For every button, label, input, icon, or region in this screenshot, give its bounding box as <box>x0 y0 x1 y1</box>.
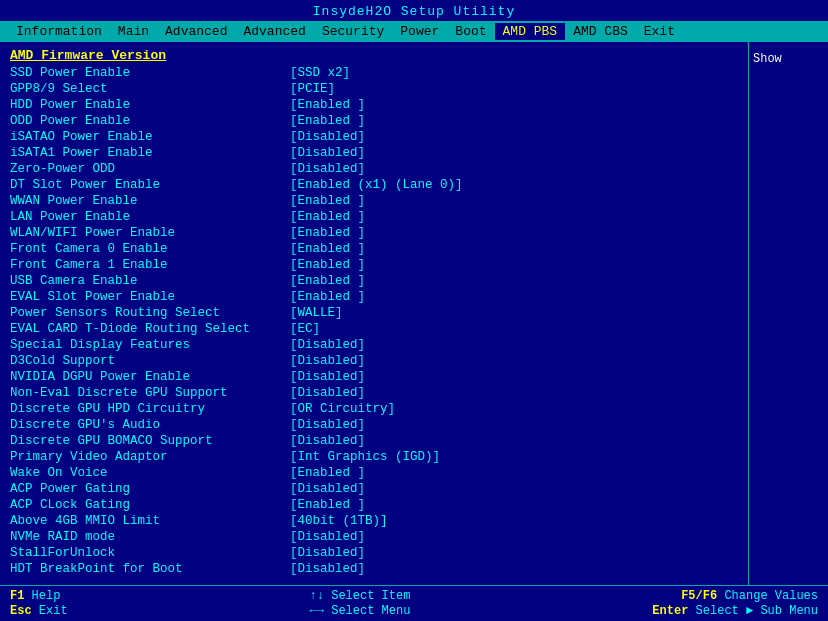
setting-name: EVAL CARD T-Diode Routing Select <box>10 322 290 336</box>
setting-name: iSATAO Power Enable <box>10 130 290 144</box>
setting-value: [Enabled ] <box>290 274 738 288</box>
setting-value: [PCIE] <box>290 82 738 96</box>
menu-item-advanced[interactable]: Advanced <box>235 23 313 40</box>
setting-value: [Disabled] <box>290 146 738 160</box>
setting-value: [Disabled] <box>290 130 738 144</box>
setting-value: [Enabled ] <box>290 290 738 304</box>
setting-row[interactable]: Discrete GPU BOMACO Support[Disabled] <box>10 433 738 449</box>
footer-left: F1 Help Esc Exit <box>10 589 68 618</box>
setting-value: [Disabled] <box>290 562 738 576</box>
f1-key: F1 <box>10 589 24 603</box>
setting-value: [WALLE] <box>290 306 738 320</box>
setting-name: Discrete GPU's Audio <box>10 418 290 432</box>
setting-value: [Enabled ] <box>290 498 738 512</box>
setting-name: iSATA1 Power Enable <box>10 146 290 160</box>
setting-row[interactable]: NVMe RAID mode[Disabled] <box>10 529 738 545</box>
esc-text: Exit <box>39 604 68 618</box>
menu-item-power[interactable]: Power <box>392 23 447 40</box>
setting-row[interactable]: Discrete GPU HPD Circuitry[OR Circuitry] <box>10 401 738 417</box>
setting-row[interactable]: StallForUnlock[Disabled] <box>10 545 738 561</box>
setting-value: [40bit (1TB)] <box>290 514 738 528</box>
setting-row[interactable]: DT Slot Power Enable[Enabled (x1) (Lane … <box>10 177 738 193</box>
setting-name: HDD Power Enable <box>10 98 290 112</box>
menu-item-amd-pbs[interactable]: AMD PBS <box>495 23 566 40</box>
setting-value: [Disabled] <box>290 434 738 448</box>
footer-mid: ↑↓ Select Item ←→ Select Menu <box>310 589 411 618</box>
setting-row[interactable]: HDD Power Enable[Enabled ] <box>10 97 738 113</box>
setting-row[interactable]: ODD Power Enable[Enabled ] <box>10 113 738 129</box>
setting-value: [Disabled] <box>290 386 738 400</box>
setting-value: [SSD x2] <box>290 66 738 80</box>
setting-value: [Disabled] <box>290 418 738 432</box>
setting-value: [Disabled] <box>290 338 738 352</box>
settings-panel: AMD Firmware Version SSD Power Enable[SS… <box>0 42 748 585</box>
setting-name: NVIDIA DGPU Power Enable <box>10 370 290 384</box>
setting-row[interactable]: Zero-Power ODD[Disabled] <box>10 161 738 177</box>
setting-row[interactable]: LAN Power Enable[Enabled ] <box>10 209 738 225</box>
setting-row[interactable]: Special Display Features[Disabled] <box>10 337 738 353</box>
help-label: Show <box>753 52 782 66</box>
setting-row[interactable]: WLAN/WIFI Power Enable[Enabled ] <box>10 225 738 241</box>
setting-name: Front Camera 1 Enable <box>10 258 290 272</box>
enter-key: Enter <box>652 604 688 618</box>
setting-name: Above 4GB MMIO Limit <box>10 514 290 528</box>
setting-row[interactable]: iSATA1 Power Enable[Disabled] <box>10 145 738 161</box>
setting-row[interactable]: USB Camera Enable[Enabled ] <box>10 273 738 289</box>
setting-row[interactable]: Front Camera 1 Enable[Enabled ] <box>10 257 738 273</box>
menu-item-amd-cbs[interactable]: AMD CBS <box>565 23 636 40</box>
footer-right: F5/F6 Change Values Enter Select ► Sub M… <box>652 589 818 618</box>
setting-name: ACP Power Gating <box>10 482 290 496</box>
setting-row[interactable]: Power Sensors Routing Select[WALLE] <box>10 305 738 321</box>
setting-row[interactable]: Primary Video Adaptor[Int Graphics (IGD)… <box>10 449 738 465</box>
setting-row[interactable]: ACP CLock Gating[Enabled ] <box>10 497 738 513</box>
setting-value: [Enabled (x1) (Lane 0)] <box>290 178 738 192</box>
menu-item-boot[interactable]: Boot <box>447 23 494 40</box>
setting-name: Special Display Features <box>10 338 290 352</box>
menu-item-information[interactable]: Information <box>8 23 110 40</box>
setting-value: [Disabled] <box>290 162 738 176</box>
setting-row[interactable]: EVAL CARD T-Diode Routing Select[EC] <box>10 321 738 337</box>
setting-name: StallForUnlock <box>10 546 290 560</box>
menu-item-advanced[interactable]: Advanced <box>157 23 235 40</box>
setting-row[interactable]: GPP8/9 Select[PCIE] <box>10 81 738 97</box>
setting-row[interactable]: ACP Power Gating[Disabled] <box>10 481 738 497</box>
setting-name: Discrete GPU BOMACO Support <box>10 434 290 448</box>
menu-item-exit[interactable]: Exit <box>636 23 683 40</box>
setting-row[interactable]: Front Camera 0 Enable[Enabled ] <box>10 241 738 257</box>
setting-name: WWAN Power Enable <box>10 194 290 208</box>
setting-row[interactable]: EVAL Slot Power Enable[Enabled ] <box>10 289 738 305</box>
f5f6-text: Change Values <box>724 589 818 603</box>
setting-row[interactable]: Non-Eval Discrete GPU Support[Disabled] <box>10 385 738 401</box>
setting-name: Wake On Voice <box>10 466 290 480</box>
setting-value: [Enabled ] <box>290 194 738 208</box>
setting-name: D3Cold Support <box>10 354 290 368</box>
setting-row[interactable]: HDT BreakPoint for Boot[Disabled] <box>10 561 738 577</box>
setting-row[interactable]: NVIDIA DGPU Power Enable[Disabled] <box>10 369 738 385</box>
setting-name: WLAN/WIFI Power Enable <box>10 226 290 240</box>
setting-value: [Disabled] <box>290 546 738 560</box>
menu-item-security[interactable]: Security <box>314 23 392 40</box>
setting-value: [Enabled ] <box>290 226 738 240</box>
setting-value: [Disabled] <box>290 530 738 544</box>
setting-name: LAN Power Enable <box>10 210 290 224</box>
setting-row[interactable]: Discrete GPU's Audio[Disabled] <box>10 417 738 433</box>
f5f6-key: F5/F6 <box>681 589 717 603</box>
setting-name: HDT BreakPoint for Boot <box>10 562 290 576</box>
setting-name: EVAL Slot Power Enable <box>10 290 290 304</box>
setting-name: Front Camera 0 Enable <box>10 242 290 256</box>
setting-value: [Enabled ] <box>290 210 738 224</box>
setting-value: [Enabled ] <box>290 242 738 256</box>
setting-row[interactable]: Above 4GB MMIO Limit[40bit (1TB)] <box>10 513 738 529</box>
menu-bar: InformationMainAdvancedAdvancedSecurityP… <box>0 21 828 42</box>
setting-name: SSD Power Enable <box>10 66 290 80</box>
setting-row[interactable]: Wake On Voice[Enabled ] <box>10 465 738 481</box>
arrow-select-menu: ←→ Select Menu <box>310 604 411 618</box>
setting-row[interactable]: SSD Power Enable[SSD x2] <box>10 65 738 81</box>
setting-row[interactable]: WWAN Power Enable[Enabled ] <box>10 193 738 209</box>
menu-item-main[interactable]: Main <box>110 23 157 40</box>
setting-row[interactable]: D3Cold Support[Disabled] <box>10 353 738 369</box>
section-title: AMD Firmware Version <box>10 48 738 63</box>
setting-value: [Enabled ] <box>290 466 738 480</box>
title-bar: InsydeH2O Setup Utility <box>0 0 828 21</box>
setting-row[interactable]: iSATAO Power Enable[Disabled] <box>10 129 738 145</box>
